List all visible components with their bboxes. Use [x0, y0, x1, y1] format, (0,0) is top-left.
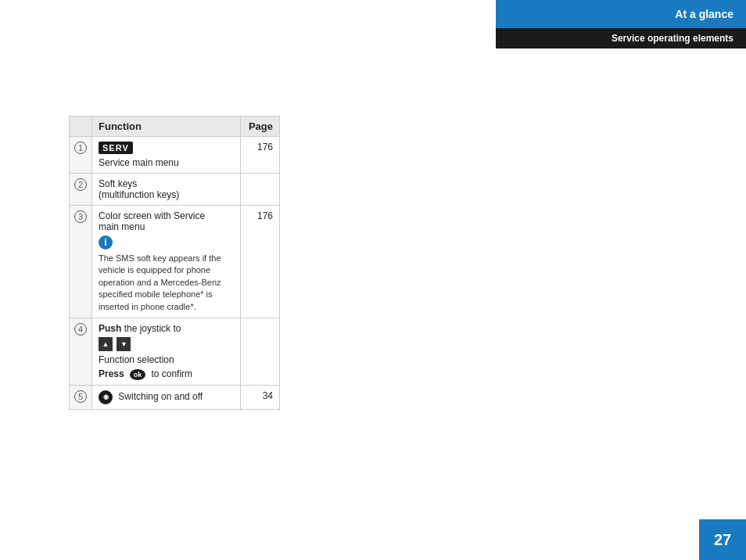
row-circle-5: 5	[74, 390, 87, 403]
row-content-3: Color screen with Servicemain menu i The…	[92, 206, 241, 318]
function-selection-label: Function selection	[99, 354, 234, 365]
row-num-2: 2	[70, 174, 92, 206]
serv-badge: SERV	[99, 142, 133, 154]
row-title-3: Color screen with Servicemain menu	[99, 210, 234, 232]
row-content-1: SERV Service main menu	[92, 137, 241, 174]
at-a-glance-bar: At a glance	[496, 0, 746, 28]
service-table: Function Page 1 SERV Service main menu 1…	[69, 116, 280, 410]
row-text-1: Service main menu	[99, 157, 234, 168]
info-icon: i	[99, 235, 113, 249]
table-row: 5 ◉ Switching on and off 34	[70, 385, 280, 409]
ok-badge: ok	[130, 369, 145, 380]
row-num-3: 3	[70, 206, 92, 318]
col-page-header: Page	[241, 117, 280, 137]
row-circle-2: 2	[74, 178, 87, 191]
row-page-2	[241, 174, 280, 206]
row-press-line: Press ok to confirm	[99, 368, 234, 380]
arrow-icons-row: ▲ ▼	[99, 337, 234, 351]
row-switch-line: ◉ Switching on and off	[99, 390, 234, 404]
page-number-box: 27	[699, 519, 746, 560]
row-page-5: 34	[241, 385, 280, 409]
row-note-3: The SMS soft key appears if the vehicle …	[99, 253, 234, 313]
push-text: the joystick to	[124, 323, 181, 334]
push-label: Push	[99, 323, 121, 334]
table-row: 2 Soft keys(multifunction keys)	[70, 174, 280, 206]
row-page-4	[241, 318, 280, 385]
row-content-4: Push the joystick to ▲ ▼ Function select…	[92, 318, 241, 385]
row-content-2: Soft keys(multifunction keys)	[92, 174, 241, 206]
row-num-1: 1	[70, 137, 92, 174]
service-operating-bar: Service operating elements	[496, 28, 746, 48]
press-label: Press	[99, 368, 124, 379]
phd-badge: ◉	[99, 390, 113, 404]
table-row: 4 Push the joystick to ▲ ▼ Function sele…	[70, 318, 280, 385]
row-text-2: Soft keys(multifunction keys)	[99, 178, 234, 200]
table-row: 3 Color screen with Servicemain menu i T…	[70, 206, 280, 318]
confirm-label: to confirm	[151, 368, 192, 379]
at-a-glance-label: At a glance	[675, 8, 733, 20]
header-area: At a glance Service operating elements	[496, 0, 746, 48]
row-circle-1: 1	[74, 142, 87, 154]
table-container: Function Page 1 SERV Service main menu 1…	[69, 116, 280, 410]
row-text-5: Switching on and off	[118, 390, 203, 401]
row-content-5: ◉ Switching on and off	[92, 385, 241, 409]
page-number: 27	[714, 531, 731, 549]
service-operating-label: Service operating elements	[612, 33, 733, 44]
row-circle-3: 3	[74, 210, 87, 223]
down-arrow-icon: ▼	[117, 337, 131, 351]
up-arrow-icon: ▲	[99, 337, 113, 351]
row-push-line: Push the joystick to	[99, 323, 234, 334]
row-num-4: 4	[70, 318, 92, 385]
row-page-1: 176	[241, 137, 280, 174]
row-circle-4: 4	[74, 323, 87, 336]
row-num-5: 5	[70, 385, 92, 409]
row-page-3: 176	[241, 206, 280, 318]
table-row: 1 SERV Service main menu 176	[70, 137, 280, 174]
col-function-header: Function	[92, 117, 241, 137]
